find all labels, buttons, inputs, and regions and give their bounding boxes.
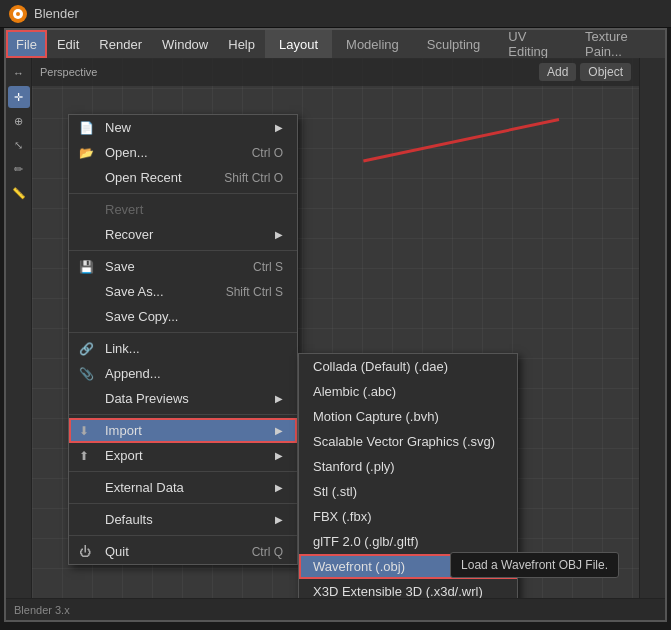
import-x3d[interactable]: X3D Extensible 3D (.x3d/.wrl) (299, 579, 517, 598)
file-revert: Revert (69, 197, 297, 222)
save-as-shortcut: Shift Ctrl S (226, 285, 283, 299)
revert-label: Revert (105, 202, 143, 217)
viewport[interactable]: Perspective Add Object 📄 New ▶ 📂 Open... (32, 58, 639, 598)
menu-file[interactable]: File (6, 30, 47, 58)
import-ply[interactable]: Stanford (.ply) (299, 454, 517, 479)
import-gltf[interactable]: glTF 2.0 (.glb/.gltf) (299, 529, 517, 554)
separator-2 (69, 250, 297, 251)
file-save-as[interactable]: Save As... Shift Ctrl S (69, 279, 297, 304)
menu-edit[interactable]: Edit (47, 30, 89, 58)
file-save-copy[interactable]: Save Copy... (69, 304, 297, 329)
quit-icon: ⏻ (79, 545, 91, 559)
separator-5 (69, 471, 297, 472)
menu-window[interactable]: Window (152, 30, 218, 58)
quit-shortcut: Ctrl Q (252, 545, 283, 559)
import-icon: ⬇ (79, 424, 89, 438)
title-bar: Blender (0, 0, 671, 28)
file-save[interactable]: 💾 Save Ctrl S (69, 254, 297, 279)
file-new[interactable]: 📄 New ▶ (69, 115, 297, 140)
new-icon: 📄 (79, 121, 94, 135)
tooltip: Load a Wavefront OBJ File. (450, 552, 619, 578)
import-fbx[interactable]: FBX (.fbx) (299, 504, 517, 529)
svg-point-2 (16, 12, 20, 16)
open-recent-label: Open Recent (105, 170, 182, 185)
tooltip-text: Load a Wavefront OBJ File. (461, 558, 608, 572)
status-text: Blender 3.x (14, 604, 70, 616)
import-collada[interactable]: Collada (Default) (.dae) (299, 354, 517, 379)
separator-6 (69, 503, 297, 504)
defaults-arrow: ▶ (275, 514, 283, 525)
data-previews-label: Data Previews (105, 391, 189, 406)
sidebar-scale-icon[interactable]: ⤡ (8, 134, 30, 156)
recover-arrow: ▶ (275, 229, 283, 240)
sidebar-transform-icon[interactable]: ⊕ (8, 110, 30, 132)
export-arrow: ▶ (275, 450, 283, 461)
tab-layout[interactable]: Layout (265, 30, 332, 58)
view-perspective-label: Perspective (40, 66, 97, 78)
open-label: Open... (105, 145, 148, 160)
new-label: New (105, 120, 131, 135)
file-data-previews[interactable]: Data Previews ▶ (69, 386, 297, 411)
object-button[interactable]: Object (580, 63, 631, 81)
bottom-bar: Blender 3.x (6, 598, 665, 620)
recover-label: Recover (105, 227, 153, 242)
viewport-header: Perspective Add Object (32, 58, 639, 86)
add-button[interactable]: Add (539, 63, 576, 81)
import-stl[interactable]: Stl (.stl) (299, 479, 517, 504)
file-dropdown-menu: 📄 New ▶ 📂 Open... Ctrl O Open Recent Shi… (68, 114, 298, 565)
import-svg[interactable]: Scalable Vector Graphics (.svg) (299, 429, 517, 454)
sidebar-measure-icon[interactable]: 📏 (8, 182, 30, 204)
export-icon: ⬆ (79, 449, 89, 463)
import-label: Import (105, 423, 142, 438)
file-external-data[interactable]: External Data ▶ (69, 475, 297, 500)
file-open-recent[interactable]: Open Recent Shift Ctrl O (69, 165, 297, 190)
file-append[interactable]: 📎 Append... (69, 361, 297, 386)
file-import[interactable]: ⬇ Import ▶ (69, 418, 297, 443)
data-previews-arrow: ▶ (275, 393, 283, 404)
link-label: Link... (105, 341, 140, 356)
separator-1 (69, 193, 297, 194)
file-open[interactable]: 📂 Open... Ctrl O (69, 140, 297, 165)
right-sidebar (639, 58, 665, 598)
file-recover[interactable]: Recover ▶ (69, 222, 297, 247)
external-data-label: External Data (105, 480, 184, 495)
append-label: Append... (105, 366, 161, 381)
sidebar-cursor-icon[interactable]: ✛ (8, 86, 30, 108)
tab-modeling[interactable]: Modeling (332, 30, 413, 58)
external-data-arrow: ▶ (275, 482, 283, 493)
open-shortcut: Ctrl O (252, 146, 283, 160)
sidebar-annotate-icon[interactable]: ✏ (8, 158, 30, 180)
append-icon: 📎 (79, 367, 94, 381)
sidebar-move-icon[interactable]: ↔ (8, 62, 30, 84)
menu-render[interactable]: Render (89, 30, 152, 58)
quit-label: Quit (105, 544, 129, 559)
app-title: Blender (34, 6, 79, 21)
tab-uv-editing[interactable]: UV Editing (494, 30, 571, 58)
blender-logo-icon (8, 4, 28, 24)
separator-4 (69, 414, 297, 415)
separator-7 (69, 535, 297, 536)
import-arrow: ▶ (275, 425, 283, 436)
tab-sculpting[interactable]: Sculpting (413, 30, 494, 58)
export-label: Export (105, 448, 143, 463)
save-shortcut: Ctrl S (253, 260, 283, 274)
file-link[interactable]: 🔗 Link... (69, 336, 297, 361)
link-icon: 🔗 (79, 342, 94, 356)
file-quit[interactable]: ⏻ Quit Ctrl Q (69, 539, 297, 564)
file-defaults[interactable]: Defaults ▶ (69, 507, 297, 532)
open-icon: 📂 (79, 146, 94, 160)
content-area: ↔ ✛ ⊕ ⤡ ✏ 📏 Perspective Add Object (6, 58, 665, 598)
menu-bar: File Edit Render Window Help Layout Mode… (6, 30, 665, 58)
tab-texture-paint[interactable]: Texture Pain... (571, 30, 665, 58)
separator-3 (69, 332, 297, 333)
save-copy-label: Save Copy... (105, 309, 178, 324)
defaults-label: Defaults (105, 512, 153, 527)
save-label: Save (105, 259, 135, 274)
import-alembic[interactable]: Alembic (.abc) (299, 379, 517, 404)
file-export[interactable]: ⬆ Export ▶ (69, 443, 297, 468)
save-as-label: Save As... (105, 284, 164, 299)
left-sidebar: ↔ ✛ ⊕ ⤡ ✏ 📏 (6, 58, 32, 598)
new-arrow: ▶ (275, 122, 283, 133)
menu-help[interactable]: Help (218, 30, 265, 58)
import-motion-capture[interactable]: Motion Capture (.bvh) (299, 404, 517, 429)
